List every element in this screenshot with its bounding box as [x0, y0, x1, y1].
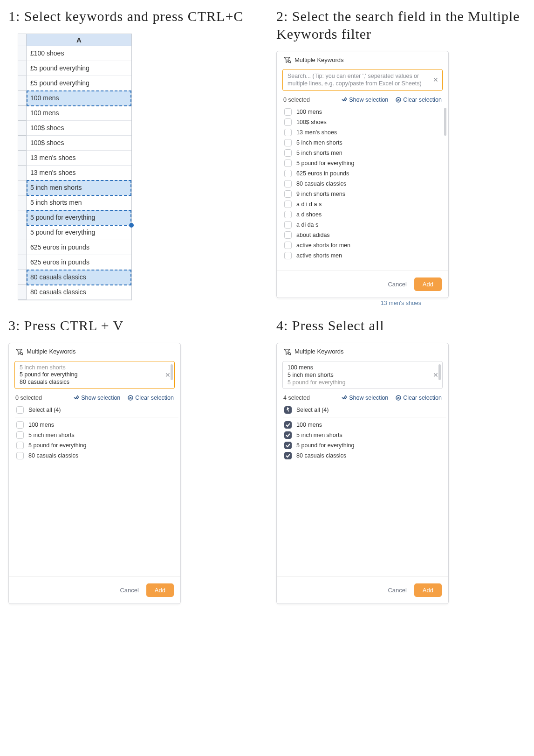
list-item[interactable]: 5 inch men shorts [283, 138, 446, 148]
checkbox-icon[interactable] [284, 190, 292, 198]
checkbox-icon[interactable] [284, 231, 292, 239]
sheet-row[interactable]: 13 men's shoes [18, 151, 131, 166]
add-button[interactable]: Add [414, 277, 442, 291]
row-header[interactable] [18, 285, 27, 300]
sheet-row[interactable]: £5 pound everything [18, 61, 131, 76]
checkbox-icon[interactable] [16, 442, 24, 449]
list-item[interactable]: 80 casuals classics [283, 451, 446, 461]
row-header[interactable] [18, 225, 27, 240]
cell[interactable]: 100$ shoes [27, 121, 131, 136]
list-item[interactable]: 9 inch shorts mens [283, 189, 446, 199]
list-item[interactable]: a d shoes [283, 209, 446, 220]
checkbox-icon[interactable] [284, 452, 292, 459]
keyword-list[interactable]: Select all (4)100 mens5 inch men shorts5… [283, 405, 446, 576]
show-selection-button[interactable]: Show selection [74, 395, 120, 401]
checkbox-icon[interactable] [16, 452, 24, 459]
list-item[interactable]: 5 inch shorts men [283, 148, 446, 158]
sheet-row[interactable]: 5 inch men shorts [18, 180, 131, 195]
cell[interactable]: £5 pound everything [27, 76, 131, 91]
checkbox-icon[interactable] [284, 431, 292, 439]
row-header[interactable] [18, 136, 27, 151]
list-item[interactable]: about adidas [283, 230, 446, 240]
checkbox-icon[interactable] [284, 170, 292, 177]
add-button[interactable]: Add [146, 583, 174, 597]
row-header[interactable] [18, 166, 27, 180]
checkbox-icon[interactable] [284, 108, 292, 116]
sheet-row[interactable]: 625 euros in pounds [18, 255, 131, 270]
cell[interactable]: 80 casuals classics [27, 270, 131, 285]
input-scrollbar[interactable] [438, 364, 441, 381]
row-header[interactable] [18, 210, 27, 225]
scrollbar[interactable] [444, 108, 446, 136]
checkbox-icon[interactable] [284, 118, 292, 126]
list-item[interactable]: 13 men's shoes [283, 127, 446, 138]
sheet-row[interactable]: 625 euros in pounds [18, 240, 131, 255]
clear-selection-button[interactable]: Clear selection [396, 97, 442, 103]
list-item[interactable]: 625 euros in pounds [283, 168, 446, 179]
row-header[interactable] [18, 195, 27, 210]
clear-selection-button[interactable]: Clear selection [128, 395, 174, 401]
cell[interactable]: £5 pound everything [27, 61, 131, 76]
row-header[interactable] [18, 240, 27, 255]
checkbox-icon[interactable] [284, 149, 292, 157]
list-item[interactable]: 100 mens [15, 417, 178, 430]
sheet-row[interactable]: 80 casuals classics [18, 285, 131, 300]
add-button[interactable]: Add [414, 583, 442, 597]
show-selection-button[interactable]: Show selection [342, 97, 388, 103]
row-header[interactable] [18, 121, 27, 136]
list-item[interactable]: 80 casuals classics [15, 451, 178, 461]
sheet-row[interactable]: 100 mens [18, 91, 131, 106]
cell[interactable]: 5 inch men shorts [27, 180, 131, 195]
row-header[interactable] [18, 76, 27, 91]
cancel-button[interactable]: Cancel [388, 587, 406, 594]
row-header[interactable] [18, 255, 27, 270]
cell[interactable]: 100 mens [27, 91, 131, 106]
select-all-row[interactable]: Select all (4) [283, 405, 446, 415]
clear-selection-button[interactable]: Clear selection [396, 395, 442, 401]
sheet-row[interactable]: £100 shoes [18, 46, 131, 61]
sheet-row[interactable]: 100$ shoes [18, 121, 131, 136]
checkbox-icon[interactable] [284, 442, 292, 449]
checkbox-icon[interactable] [16, 406, 24, 414]
sheet-row[interactable]: 5 pound for everything [18, 210, 131, 225]
cell[interactable]: 13 men's shoes [27, 151, 131, 166]
keyword-list[interactable]: Select all (4)100 mens5 inch men shorts5… [15, 405, 178, 576]
column-header-a[interactable]: A [27, 34, 131, 46]
cell[interactable]: 625 euros in pounds [27, 255, 131, 270]
cell[interactable]: 5 pound for everything [27, 225, 131, 240]
cell[interactable]: 80 casuals classics [27, 285, 131, 300]
row-header[interactable] [18, 106, 27, 121]
sheet-row[interactable]: 100$ shoes [18, 136, 131, 151]
clear-input-icon[interactable]: ✕ [165, 370, 171, 379]
list-item[interactable]: 100$ shoes [283, 117, 446, 127]
cancel-button[interactable]: Cancel [388, 281, 406, 288]
checkbox-icon[interactable] [284, 211, 292, 218]
list-item[interactable]: 80 casuals classics [283, 179, 446, 189]
sheet-row[interactable]: 5 pound for everything [18, 225, 131, 240]
checkbox-icon[interactable] [16, 431, 24, 439]
input-scrollbar[interactable] [171, 364, 173, 381]
show-selection-button[interactable]: Show selection [342, 395, 388, 401]
list-item[interactable]: a di da s [283, 220, 446, 230]
list-item[interactable]: active shorts men [283, 250, 446, 260]
list-item[interactable]: 5 pound for everything [15, 440, 178, 451]
row-header[interactable] [18, 151, 27, 166]
checkbox-icon[interactable] [284, 139, 292, 146]
search-input[interactable]: Search... (Tip: you can enter ',' sepera… [282, 69, 443, 91]
search-input[interactable]: 5 inch men shorts5 pound for everything8… [14, 361, 175, 389]
row-header[interactable] [18, 91, 27, 106]
list-item[interactable]: 100 mens [283, 107, 446, 117]
search-input[interactable]: 100 mens5 inch men shorts5 pound for eve… [282, 361, 443, 389]
sheet-row[interactable]: 80 casuals classics [18, 270, 131, 285]
cell[interactable]: 100 mens [27, 106, 131, 121]
list-item[interactable]: 5 inch men shorts [283, 430, 446, 440]
clear-input-icon[interactable]: ✕ [433, 370, 438, 379]
list-item[interactable]: a d i d a s [283, 199, 446, 209]
cell[interactable]: 625 euros in pounds [27, 240, 131, 255]
row-header[interactable] [18, 46, 27, 61]
sheet-row[interactable]: 100 mens [18, 106, 131, 121]
cell[interactable]: £100 shoes [27, 46, 131, 61]
list-item[interactable]: 100 mens [283, 417, 446, 430]
list-item[interactable]: 5 inch men shorts [15, 430, 178, 440]
list-item[interactable]: 5 pound for everything [283, 158, 446, 168]
